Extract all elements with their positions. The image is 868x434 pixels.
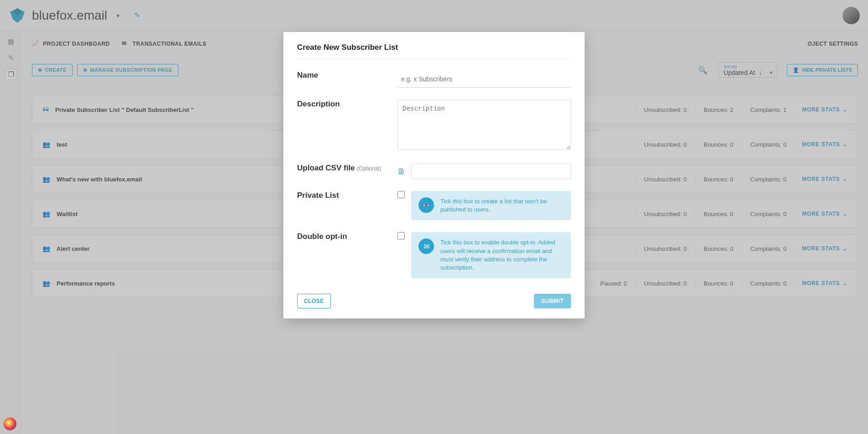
modal-overlay: Create New Subscriber List Name Descript… — [0, 0, 868, 434]
description-label: Description — [297, 100, 388, 152]
incognito-icon: 👓 — [418, 197, 434, 213]
double-opt-icon: ✉ — [418, 238, 434, 254]
private-help-text: Tick this box to create a list that won'… — [440, 197, 564, 214]
csv-file-input[interactable] — [411, 164, 571, 179]
double-optin-info-box: ✉ Tick this box to enable double opt-in.… — [411, 232, 571, 278]
private-info-box: 👓 Tick this box to create a list that wo… — [411, 191, 571, 220]
optional-hint: (Optional) — [357, 165, 381, 172]
double-optin-label: Double opt-in — [297, 232, 388, 278]
name-input[interactable] — [397, 71, 571, 88]
private-label: Private List — [297, 191, 388, 220]
submit-button[interactable]: SUBMIT — [534, 294, 571, 308]
corner-badge-icon — [4, 418, 16, 430]
upload-label: Upload CSV file (Optional) — [297, 164, 388, 179]
create-list-modal: Create New Subscriber List Name Descript… — [283, 32, 585, 318]
double-help-text: Tick this box to enable double opt-in. A… — [440, 238, 564, 272]
modal-title: Create New Subscriber List — [297, 43, 571, 59]
private-checkbox[interactable] — [397, 191, 405, 198]
file-icon[interactable]: 🗎 — [397, 167, 406, 176]
double-optin-checkbox[interactable] — [397, 232, 405, 239]
close-button[interactable]: CLOSE — [297, 294, 331, 308]
name-label: Name — [297, 71, 388, 88]
description-textarea[interactable] — [397, 100, 571, 150]
